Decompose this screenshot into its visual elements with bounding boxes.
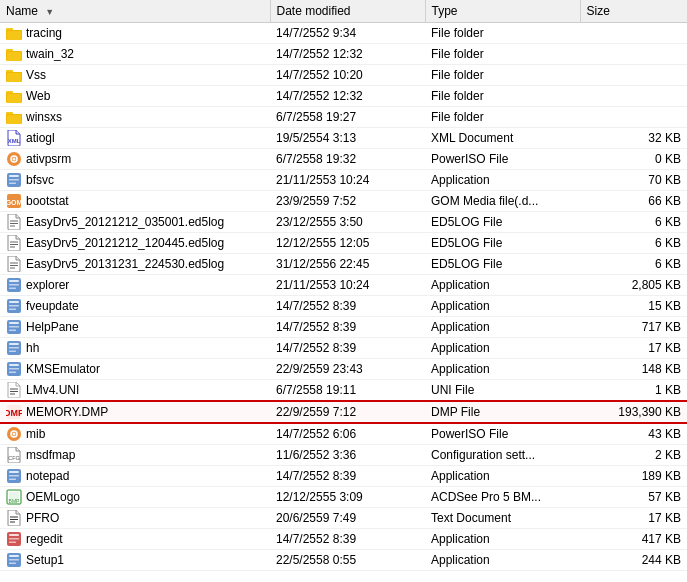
table-row[interactable]: hh14/7/2552 8:39Application17 KB	[0, 338, 687, 359]
table-row[interactable]: Vss14/7/2552 10:20File folder	[0, 65, 687, 86]
svg-rect-25	[9, 175, 19, 177]
table-row[interactable]: explorer21/11/2553 10:24Application2,805…	[0, 275, 687, 296]
table-row[interactable]: CFGmsdfmap11/6/2552 3:36Configuration se…	[0, 445, 687, 466]
table-row[interactable]: PFRO20/6/2559 7:49Text Document17 KB	[0, 508, 687, 529]
table-row[interactable]: EasyDrv5_20121212_120445.ed5log12/12/255…	[0, 233, 687, 254]
table-row[interactable]: mib14/7/2552 6:06PowerISO File43 KB	[0, 423, 687, 445]
file-size-cell: 244 KB	[580, 550, 687, 571]
table-row[interactable]: Setup122/5/2558 0:55Application244 KB	[0, 550, 687, 571]
file-name-cell: bfsvc	[0, 170, 270, 191]
file-date-cell: 22/9/2559 23:43	[270, 359, 425, 380]
app-icon	[6, 298, 22, 314]
file-name-text: KMSEmulator	[26, 362, 100, 376]
table-row[interactable]: tracing14/7/2552 9:34File folder	[0, 23, 687, 44]
file-size-cell: 70 KB	[580, 170, 687, 191]
file-date-cell: 6/7/2558 19:11	[270, 380, 425, 402]
bmp-icon: BMP	[6, 489, 22, 505]
svg-rect-80	[9, 538, 19, 540]
log-icon	[6, 214, 22, 230]
file-name-text: Vss	[26, 68, 46, 82]
svg-rect-83	[9, 555, 19, 557]
table-row[interactable]: HelpPane14/7/2552 8:39Application717 KB	[0, 317, 687, 338]
table-row[interactable]: winsxs6/7/2558 19:27File folder	[0, 107, 687, 128]
file-size-cell: 148 KB	[580, 359, 687, 380]
table-row[interactable]: EasyDrv5_20131231_224530.ed5log31/12/255…	[0, 254, 687, 275]
col-header-type[interactable]: Type	[425, 0, 580, 23]
table-row[interactable]: regedit14/7/2552 8:39Application417 KB	[0, 529, 687, 550]
svg-rect-46	[9, 309, 16, 311]
table-row[interactable]: GOMbootstat23/9/2559 7:52GOM Media file(…	[0, 191, 687, 212]
file-name-cell: HelpPane	[0, 317, 270, 338]
file-size-cell	[580, 65, 687, 86]
file-type-cell: UNI File	[425, 380, 580, 402]
file-date-cell: 12/12/2555 12:05	[270, 233, 425, 254]
log-icon	[6, 235, 22, 251]
col-type-label: Type	[432, 4, 458, 18]
svg-rect-70	[9, 475, 19, 477]
file-date-cell: 20/6/2559 7:49	[270, 508, 425, 529]
svg-rect-71	[9, 479, 16, 481]
file-name-cell: PFRO	[0, 508, 270, 529]
file-name-text: OEMLogo	[26, 490, 80, 504]
file-type-cell: Application	[425, 338, 580, 359]
app-icon	[6, 319, 22, 335]
file-type-cell: File folder	[425, 65, 580, 86]
config-icon: CFG	[6, 447, 22, 463]
svg-rect-26	[9, 179, 19, 181]
svg-rect-40	[9, 280, 19, 282]
file-name-text: winsxs	[26, 110, 62, 124]
file-name-cell: twain_32	[0, 44, 270, 65]
file-name-cell: winsxs	[0, 107, 270, 128]
file-date-cell: 6/7/2558 19:27	[270, 107, 425, 128]
table-row[interactable]: bfsvc21/11/2553 10:24Application70 KB	[0, 170, 687, 191]
table-row[interactable]: EasyDrv5_20121212_035001.ed5log23/12/255…	[0, 212, 687, 233]
table-row[interactable]: fveupdate14/7/2552 8:39Application15 KB	[0, 296, 687, 317]
file-size-cell: 1 KB	[580, 380, 687, 402]
gom-icon: GOM	[6, 193, 22, 209]
file-type-cell: ED5LOG File	[425, 233, 580, 254]
svg-rect-11	[7, 73, 21, 81]
table-row[interactable]: ativpsrm6/7/2558 19:32PowerISO File0 KB	[0, 149, 687, 170]
file-name-text: fveupdate	[26, 299, 79, 313]
file-date-cell: 21/11/2553 10:24	[270, 275, 425, 296]
file-name-cell: tracing	[0, 23, 270, 44]
file-type-cell: File folder	[425, 44, 580, 65]
file-date-cell: 11/6/2552 3:36	[270, 445, 425, 466]
file-name-cell: LMv4.UNI	[0, 380, 270, 402]
table-row[interactable]: KMSEmulator22/9/2559 23:43Application148…	[0, 359, 687, 380]
table-row[interactable]: notepad14/7/2552 8:39Application189 KB	[0, 466, 687, 487]
svg-text:BMP: BMP	[9, 498, 21, 504]
table-row[interactable]: DMP MEMORY.DMP22/9/2559 7:12DMP File193,…	[0, 401, 687, 423]
file-type-cell: File folder	[425, 23, 580, 44]
svg-rect-42	[9, 288, 16, 290]
file-type-cell: Application	[425, 466, 580, 487]
col-header-date[interactable]: Date modified	[270, 0, 425, 23]
folder-icon	[6, 88, 22, 104]
file-size-cell: 66 KB	[580, 191, 687, 212]
file-date-cell: 14/7/2552 8:39	[270, 338, 425, 359]
file-size-cell: 17 KB	[580, 338, 687, 359]
table-row[interactable]: Web14/7/2552 12:32File folder	[0, 86, 687, 107]
svg-rect-49	[9, 326, 19, 328]
col-header-size[interactable]: Size	[580, 0, 687, 23]
file-name-cell: fveupdate	[0, 296, 270, 317]
table-row[interactable]: XML atiogl19/5/2554 3:13XML Document32 K…	[0, 128, 687, 149]
svg-rect-44	[9, 301, 19, 303]
table-row[interactable]: LMv4.UNI6/7/2558 19:11UNI File1 KB	[0, 380, 687, 402]
file-date-cell: 12/12/2555 3:09	[270, 487, 425, 508]
file-size-cell	[580, 86, 687, 107]
file-type-cell: PowerISO File	[425, 423, 580, 445]
svg-point-23	[13, 158, 16, 161]
file-size-cell: 0 KB	[580, 149, 687, 170]
file-size-cell: 417 KB	[580, 529, 687, 550]
table-row[interactable]: twain_3214/7/2552 12:32File folder	[0, 44, 687, 65]
svg-text:CFG: CFG	[8, 455, 20, 461]
table-row[interactable]: BMPOEMLogo12/12/2555 3:09ACDSee Pro 5 BM…	[0, 487, 687, 508]
file-name-cell: Setup1	[0, 550, 270, 571]
col-name-label: Name	[6, 4, 38, 18]
file-name-cell: EasyDrv5_20131231_224530.ed5log	[0, 254, 270, 275]
col-header-name[interactable]: Name ▼	[0, 0, 270, 23]
file-name-text: regedit	[26, 532, 63, 546]
file-name-text: atiogl	[26, 131, 55, 145]
file-name-text: EasyDrv5_20121212_120445.ed5log	[26, 236, 224, 250]
